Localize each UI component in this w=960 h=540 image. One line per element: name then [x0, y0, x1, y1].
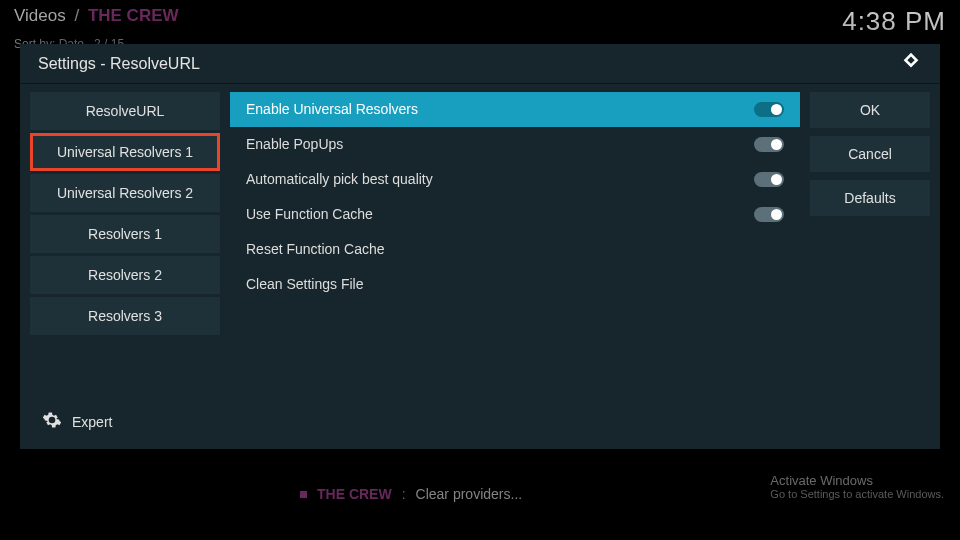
toggle-switch[interactable] [754, 137, 784, 152]
settings-main: Enable Universal Resolvers Enable PopUps… [230, 92, 800, 441]
setting-label: Enable PopUps [246, 136, 343, 152]
dialog-buttons: OK Cancel Defaults [810, 92, 930, 441]
breadcrumb-separator: / [74, 6, 79, 25]
windows-activation-watermark: Activate Windows Go to Settings to activ… [770, 473, 944, 500]
watermark-sub: Go to Settings to activate Windows. [770, 488, 944, 500]
dialog-title: Settings - ResolveURL [38, 55, 200, 73]
toggle-switch[interactable] [754, 102, 784, 117]
setting-label: Clean Settings File [246, 276, 364, 292]
toggle-switch[interactable] [754, 207, 784, 222]
watermark-title: Activate Windows [770, 473, 944, 488]
cancel-button[interactable]: Cancel [810, 136, 930, 172]
setting-clean-settings-file[interactable]: Clean Settings File [230, 267, 800, 302]
setting-auto-pick-best-quality[interactable]: Automatically pick best quality [230, 162, 800, 197]
background-list-item: THE CREW : Clear providers... [300, 486, 522, 502]
defaults-button[interactable]: Defaults [810, 180, 930, 216]
toggle-switch[interactable] [754, 172, 784, 187]
sidebar-item-resolvers-1[interactable]: Resolvers 1 [30, 215, 220, 253]
setting-reset-function-cache[interactable]: Reset Function Cache [230, 232, 800, 267]
background-action: Clear providers... [416, 486, 523, 502]
clock: 4:38 PM [842, 6, 946, 37]
breadcrumb: Videos / THE CREW [14, 6, 179, 37]
setting-enable-popups[interactable]: Enable PopUps [230, 127, 800, 162]
breadcrumb-root[interactable]: Videos [14, 6, 66, 25]
sidebar-item-universal-resolvers-2[interactable]: Universal Resolvers 2 [30, 174, 220, 212]
kodi-logo-icon [900, 51, 922, 77]
breadcrumb-leaf[interactable]: THE CREW [88, 6, 179, 25]
setting-enable-universal-resolvers[interactable]: Enable Universal Resolvers [230, 92, 800, 127]
setting-use-function-cache[interactable]: Use Function Cache [230, 197, 800, 232]
ok-button[interactable]: OK [810, 92, 930, 128]
bullet-icon [300, 491, 307, 498]
settings-level-label: Expert [72, 414, 112, 430]
setting-label: Reset Function Cache [246, 241, 385, 257]
sidebar-item-universal-resolvers-1[interactable]: Universal Resolvers 1 [30, 133, 220, 171]
setting-label: Use Function Cache [246, 206, 373, 222]
dialog-header: Settings - ResolveURL [20, 44, 940, 84]
setting-label: Automatically pick best quality [246, 171, 433, 187]
setting-label: Enable Universal Resolvers [246, 101, 418, 117]
settings-dialog: Settings - ResolveURL ResolveURL Univers… [20, 44, 940, 449]
settings-level-button[interactable]: Expert [30, 402, 220, 441]
settings-sidebar: ResolveURL Universal Resolvers 1 Univers… [30, 92, 220, 441]
background-source: THE CREW [317, 486, 392, 502]
gear-icon [42, 410, 62, 433]
sidebar-item-resolvers-2[interactable]: Resolvers 2 [30, 256, 220, 294]
sidebar-item-resolveurl[interactable]: ResolveURL [30, 92, 220, 130]
sidebar-item-resolvers-3[interactable]: Resolvers 3 [30, 297, 220, 335]
